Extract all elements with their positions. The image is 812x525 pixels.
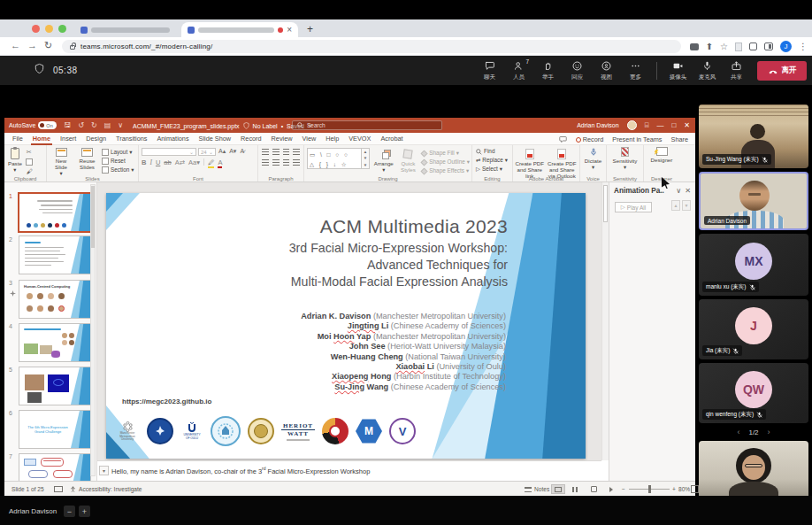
thumbnail-slide-2[interactable] xyxy=(19,235,91,274)
thumbnail-slide-3[interactable]: Human-Centred Computing xyxy=(19,280,91,319)
display-settings-icon[interactable] xyxy=(54,486,63,492)
slide-sorter-view-button[interactable] xyxy=(569,484,583,494)
designer-button[interactable]: Designer xyxy=(644,145,679,163)
page-previous-icon[interactable]: ‹ xyxy=(737,428,739,436)
participant-tile-qin-wenfeng[interactable]: QW qin wenfeng (来宾) xyxy=(699,363,808,423)
search-box[interactable]: Search xyxy=(292,120,442,130)
camera-button[interactable]: 摄像头 xyxy=(665,60,691,81)
move-earlier-icon[interactable]: ▲ xyxy=(671,200,680,211)
people-button[interactable]: 7 人员 xyxy=(506,60,532,81)
thumbnail-slide-1[interactable] xyxy=(18,192,92,233)
close-tab-icon[interactable]: × xyxy=(287,26,292,35)
forward-icon[interactable]: → xyxy=(27,40,37,50)
notes-toggle-button[interactable]: Notes xyxy=(525,486,549,492)
browser-menu-icon[interactable]: ⋮ xyxy=(799,42,808,52)
tab-record[interactable]: Record xyxy=(241,135,262,143)
page-next-icon[interactable]: › xyxy=(768,428,770,436)
slide-scrollbar[interactable] xyxy=(601,182,609,460)
change-case-button[interactable]: Aa▾ xyxy=(188,158,200,166)
autosave-toggle[interactable]: AutoSave On xyxy=(9,121,57,129)
quick-access-chevron-icon[interactable]: ∨ xyxy=(118,121,123,129)
side-panel-icon[interactable] xyxy=(764,42,773,50)
pane-close-icon[interactable]: ✕ xyxy=(685,186,691,195)
call-health-icon[interactable] xyxy=(34,63,45,74)
participant-tile-jia[interactable]: J Jia (来宾) xyxy=(699,299,808,359)
font-name-select[interactable]: ⌄ xyxy=(142,148,196,156)
browser-tab-inactive[interactable] xyxy=(74,22,176,37)
notes-text[interactable]: Hello, my name is Adrian Davison, co-cha… xyxy=(111,466,370,475)
present-in-teams-button[interactable]: Present in Teams xyxy=(612,135,662,143)
macos-minimize-button[interactable] xyxy=(45,25,53,33)
thumbnail-scrollbar[interactable] xyxy=(90,184,96,476)
play-all-button[interactable]: ▷Play All xyxy=(615,202,652,212)
restore-icon[interactable]: □ xyxy=(671,121,676,129)
move-later-icon[interactable]: ▼ xyxy=(682,200,691,211)
arrange-button[interactable]: Arrange▾ xyxy=(372,148,395,173)
indent-icon[interactable] xyxy=(283,149,290,155)
format-painter-icon[interactable]: 🖌 xyxy=(26,168,34,174)
layout-button[interactable]: Layout▾ xyxy=(102,149,134,156)
shapes-gallery-scroll[interactable]: ▲▼▼ xyxy=(362,148,370,169)
sensitivity-button[interactable]: Sensitivity▾ xyxy=(607,145,643,170)
macos-close-button[interactable] xyxy=(32,25,40,33)
comments-icon[interactable] xyxy=(559,135,567,143)
numbering-icon[interactable] xyxy=(272,149,280,155)
minimize-icon[interactable]: — xyxy=(656,121,663,129)
accessibility-status[interactable]: Accessibility: Investigate xyxy=(70,486,142,492)
tab-vevox[interactable]: VEVOX xyxy=(349,135,371,143)
reset-button[interactable]: Reset xyxy=(102,158,134,165)
font-color-button[interactable]: A xyxy=(218,158,222,168)
reading-list-icon[interactable] xyxy=(735,42,742,51)
back-icon[interactable]: ← xyxy=(11,40,20,50)
ribbon-display-options-icon[interactable]: ⌸ xyxy=(645,121,649,130)
zoom-in-button[interactable]: + xyxy=(672,486,676,492)
slide-canvas[interactable]: ACM Multimedia 2023 3rd Facial Micro-Exp… xyxy=(106,193,586,459)
zoom-out-button[interactable]: − xyxy=(622,486,625,492)
share-page-icon[interactable]: ⬆ xyxy=(706,42,713,52)
character-spacing-button[interactable]: A⇄ xyxy=(175,158,185,166)
tab-design[interactable]: Design xyxy=(86,135,106,143)
tab-insert[interactable]: Insert xyxy=(60,135,76,143)
new-slide-button[interactable]: New Slide▾ xyxy=(50,146,73,176)
thumbnail-slide-6[interactable]: The 6th Micro-Expression Grand Challenge xyxy=(19,410,91,449)
browser-profile-avatar[interactable]: J xyxy=(780,41,792,52)
tab-acrobat[interactable]: Acrobat xyxy=(380,135,402,143)
font-size-select[interactable]: 24⌄ xyxy=(198,148,216,156)
save-icon[interactable]: 🖫 xyxy=(64,121,71,129)
normal-view-button[interactable] xyxy=(551,484,565,494)
address-bar[interactable]: teams.microsoft.com/_#/modern-calling/ xyxy=(62,40,681,53)
create-pdf-outlook-button[interactable]: Create PDF and Share via Outlook xyxy=(547,147,578,179)
zoom-out-button[interactable]: − xyxy=(64,506,75,517)
shapes-gallery[interactable]: ▭ \ □ ○ ○△ { } ↓ ☆ xyxy=(307,148,362,169)
new-tab-button[interactable]: + xyxy=(307,23,313,35)
browser-tab-active[interactable]: × xyxy=(181,22,298,37)
close-icon[interactable]: ✕ xyxy=(684,121,690,129)
align-right-icon[interactable] xyxy=(283,159,290,166)
notes-collapse-button[interactable]: ▾ xyxy=(99,466,109,475)
replace-button[interactable]: ⇄Replace▾ xyxy=(476,157,512,164)
fit-to-window-icon[interactable] xyxy=(691,485,699,493)
cut-icon[interactable]: ✂ xyxy=(26,149,34,156)
shape-outline-button[interactable]: Shape Outline▾ xyxy=(421,158,470,166)
align-center-icon[interactable] xyxy=(272,159,280,166)
justify-icon[interactable] xyxy=(293,159,300,166)
label-badge[interactable]: No Label xyxy=(253,123,278,129)
more-button[interactable]: 更多 xyxy=(623,60,648,81)
tab-help[interactable]: Help xyxy=(326,135,339,143)
zoom-slider-thumb[interactable] xyxy=(648,485,651,493)
tab-animations[interactable]: Animations xyxy=(157,135,188,143)
tab-home[interactable]: Home xyxy=(33,135,50,143)
notes-pane[interactable]: ▾ Hello, my name is Adrian Davison, co-c… xyxy=(97,460,601,481)
participant-tile-su-jing-wang[interactable]: Su-Jing Wang (来宾) xyxy=(699,104,808,168)
strikethrough-button[interactable]: ab xyxy=(164,158,171,166)
participant-tile-manlu-xu[interactable]: MX manlu xu (来宾) xyxy=(699,234,808,296)
zoom-percentage[interactable]: 80% xyxy=(678,486,690,492)
text-highlight-button[interactable]: 🖉 xyxy=(208,158,215,168)
chat-button[interactable]: 聊天 xyxy=(477,60,502,81)
record-button[interactable]: Record xyxy=(576,135,604,143)
underline-button[interactable]: U xyxy=(156,158,160,166)
reuse-slides-button[interactable]: Reuse Slides xyxy=(75,146,99,170)
thumbnail-slide-5[interactable] xyxy=(19,367,91,405)
slideshow-view-button[interactable] xyxy=(604,484,618,494)
tab-review[interactable]: Review xyxy=(272,135,293,143)
